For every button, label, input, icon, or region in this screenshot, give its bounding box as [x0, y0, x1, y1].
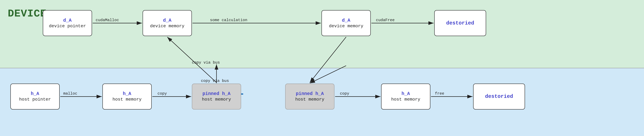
pinned-mem2-subtitle: host memory: [295, 97, 324, 102]
host-pointer-box: h_A host pointer: [10, 84, 60, 109]
dev-mem2-subtitle: device memory: [329, 24, 363, 29]
dev-pointer-subtitle: device pointer: [49, 24, 86, 29]
copy-via-bus-label: copy via bus: [201, 79, 229, 83]
free-label: free: [435, 91, 444, 96]
svg-line-11: [310, 66, 346, 83]
host-section: HOST h_: [0, 68, 644, 136]
device-pointer-box: d_A device pointer: [43, 10, 92, 36]
host-mem1-box: h_A host memory: [102, 84, 152, 109]
pinned-mem2-box: pinned h_A host memory: [285, 84, 334, 109]
pinned-mem2-title: pinned h_A: [296, 91, 324, 96]
copy2-label: copy: [340, 91, 349, 96]
host-pointer-title: h_A: [31, 91, 39, 96]
host-destroyed-text: destoried: [485, 94, 513, 99]
cudafree-label: cudaFree: [376, 18, 394, 22]
device-mem1-box: d_A device memory: [142, 10, 192, 36]
cudamalloc-label: cudaMalloc: [96, 18, 119, 22]
dev-mem1-title: d_A: [163, 18, 172, 23]
dev-mem1-subtitle: device memory: [150, 24, 184, 29]
copy1-label: copy: [158, 91, 167, 96]
dev-destroyed-text: destoried: [446, 20, 474, 26]
pinned-mem1-box: pinned h_A host memory: [192, 84, 241, 109]
pinned-mem1-subtitle: host memory: [202, 97, 231, 102]
host-mem2-subtitle: host memory: [391, 97, 420, 102]
device-label: DEVICE: [8, 8, 47, 20]
malloc-label: malloc: [63, 91, 77, 96]
device-mem2-box: d_A device memory: [322, 10, 371, 36]
some-calc-label: some calculation: [210, 18, 247, 22]
host-destroyed-box: destoried: [473, 84, 525, 109]
pinned-mem1-title: pinned h_A: [202, 91, 230, 96]
host-mem2-box: h_A host memory: [381, 84, 430, 109]
host-mem2-title: h_A: [402, 91, 410, 96]
device-section: DEVICE d_A device pointer d_A device mem…: [0, 0, 644, 68]
dev-pointer-title: d_A: [63, 18, 72, 23]
host-pointer-subtitle: host pointer: [19, 97, 51, 102]
host-mem1-title: h_A: [123, 91, 131, 96]
diagram-container: DEVICE d_A device pointer d_A device mem…: [0, 0, 644, 136]
device-destroyed-box: destoried: [434, 10, 486, 36]
dev-mem2-title: d_A: [342, 18, 350, 23]
host-mem1-subtitle: host memory: [112, 97, 142, 102]
